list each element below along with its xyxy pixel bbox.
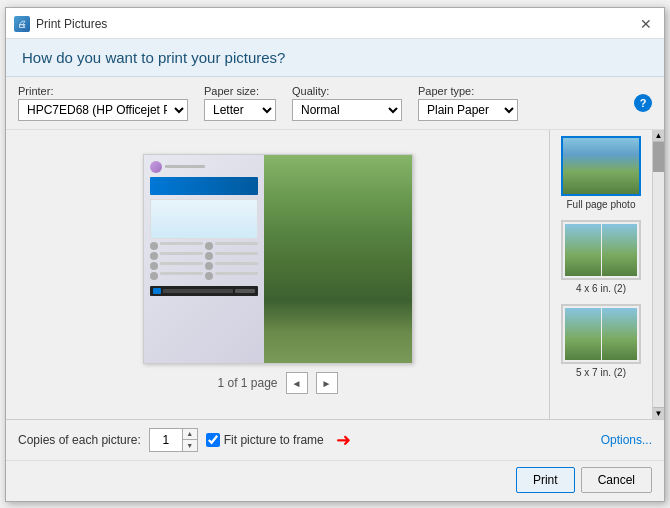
5x7-mini-2	[602, 308, 638, 360]
print-button[interactable]: Print	[516, 467, 575, 493]
preview-icon-3	[150, 252, 158, 260]
preview-image	[143, 154, 413, 364]
print-dialog: 🖨 Print Pictures ✕ How do you want to pr…	[5, 7, 665, 502]
4x6-thumb-img	[563, 222, 639, 278]
main-content: 1 of 1 page ◄ ► Full page photo	[6, 130, 664, 419]
paper-size-select[interactable]: Letter	[204, 99, 276, 121]
spinner-up-button[interactable]: ▲	[183, 429, 197, 440]
preview-text-3	[160, 252, 203, 255]
5x7-thumb	[561, 304, 641, 364]
title-bar: 🖨 Print Pictures ✕	[6, 8, 664, 39]
scroll-thumb[interactable]	[653, 142, 664, 172]
quality-group: Quality: Normal	[292, 85, 402, 121]
printer-select[interactable]: HPC7ED68 (HP Officejet Pro 8600	[18, 99, 188, 121]
preview-text-2	[215, 242, 258, 245]
fit-to-frame-group: Fit picture to frame	[206, 433, 324, 447]
5x7-thumb-img	[563, 306, 639, 362]
layout-option-5x7[interactable]: 5 x 7 in. (2)	[556, 304, 646, 378]
paper-type-select[interactable]: Plain Paper	[418, 99, 518, 121]
paper-size-label: Paper size:	[204, 85, 276, 97]
printer-icon: 🖨	[14, 16, 30, 32]
preview-taskbar	[150, 286, 258, 296]
copies-input[interactable]	[150, 429, 182, 451]
preview-left-panel	[144, 155, 264, 363]
quality-select[interactable]: Normal	[292, 99, 402, 121]
preview-white-box	[150, 199, 258, 239]
full-page-label: Full page photo	[567, 199, 636, 210]
preview-icon-6	[205, 262, 213, 270]
preview-text-8	[215, 272, 258, 275]
dialog-title: Print Pictures	[36, 17, 107, 31]
quality-label: Quality:	[292, 85, 402, 97]
spinner-down-button[interactable]: ▼	[183, 440, 197, 451]
printer-label: Printer:	[18, 85, 188, 97]
printer-group: Printer: HPC7ED68 (HP Officejet Pro 8600	[18, 85, 188, 121]
paper-type-group: Paper type: Plain Paper	[418, 85, 518, 121]
next-page-button[interactable]: ►	[316, 372, 338, 394]
header-question: How do you want to print your pictures?	[22, 49, 648, 66]
preview-inner	[144, 155, 412, 363]
layout-sidebar: Full page photo 4 x 6 in. (2)	[549, 130, 664, 419]
preview-text-5	[160, 262, 203, 265]
page-indicator-text: 1 of 1 page	[217, 376, 277, 390]
preview-name-line	[165, 165, 205, 168]
preview-icon-4	[205, 252, 213, 260]
fit-to-frame-label[interactable]: Fit picture to frame	[224, 433, 324, 447]
4x6-thumb	[561, 220, 641, 280]
paper-size-group: Paper size: Letter	[204, 85, 276, 121]
action-buttons: Print Cancel	[6, 460, 664, 501]
4x6-mini-2	[602, 224, 638, 276]
avatar-circle	[150, 161, 162, 173]
scroll-down-button[interactable]: ▼	[653, 407, 664, 419]
sidebar-scrollbar[interactable]: ▲ ▼	[652, 130, 664, 419]
preview-icon-1	[150, 242, 158, 250]
options-link[interactable]: Options...	[601, 433, 652, 447]
preview-area: 1 of 1 page ◄ ►	[6, 130, 549, 419]
5x7-mini-1	[565, 308, 601, 360]
4x6-label: 4 x 6 in. (2)	[576, 283, 626, 294]
full-page-thumb	[561, 136, 641, 196]
fit-to-frame-checkbox[interactable]	[206, 433, 220, 447]
preview-banner	[150, 177, 258, 195]
paper-type-label: Paper type:	[418, 85, 518, 97]
5x7-label: 5 x 7 in. (2)	[576, 367, 626, 378]
close-button[interactable]: ✕	[636, 14, 656, 34]
layout-option-4x6[interactable]: 4 x 6 in. (2)	[556, 220, 646, 294]
preview-row-2	[150, 252, 258, 260]
copies-spinner: ▲ ▼	[149, 428, 198, 452]
preview-row-4	[150, 272, 258, 280]
spinner-buttons: ▲ ▼	[182, 429, 197, 451]
help-icon[interactable]: ?	[634, 94, 652, 112]
scroll-track	[653, 142, 664, 407]
title-bar-left: 🖨 Print Pictures	[14, 16, 107, 32]
prev-page-button[interactable]: ◄	[286, 372, 308, 394]
full-page-thumb-img	[563, 138, 639, 194]
copies-label: Copies of each picture:	[18, 433, 141, 447]
preview-text-4	[215, 252, 258, 255]
preview-text-7	[160, 272, 203, 275]
preview-text-6	[215, 262, 258, 265]
4x6-mini-1	[565, 224, 601, 276]
preview-header	[150, 161, 258, 173]
preview-icon-5	[150, 262, 158, 270]
arrow-indicator: ➜	[336, 429, 351, 451]
page-indicator: 1 of 1 page ◄ ►	[217, 372, 337, 394]
preview-row-1	[150, 242, 258, 250]
preview-icon-8	[205, 272, 213, 280]
preview-row-3	[150, 262, 258, 270]
layout-option-full-page[interactable]: Full page photo	[556, 136, 646, 210]
preview-icon-2	[205, 242, 213, 250]
cancel-button[interactable]: Cancel	[581, 467, 652, 493]
layout-options-list: Full page photo 4 x 6 in. (2)	[550, 130, 652, 419]
preview-right-photo	[264, 155, 412, 363]
bottom-bar: Copies of each picture: ▲ ▼ Fit picture …	[6, 419, 664, 460]
scroll-up-button[interactable]: ▲	[653, 130, 664, 142]
header-area: How do you want to print your pictures?	[6, 39, 664, 77]
toolbar-row: Printer: HPC7ED68 (HP Officejet Pro 8600…	[6, 77, 664, 130]
preview-icon-7	[150, 272, 158, 280]
preview-text-1	[160, 242, 203, 245]
